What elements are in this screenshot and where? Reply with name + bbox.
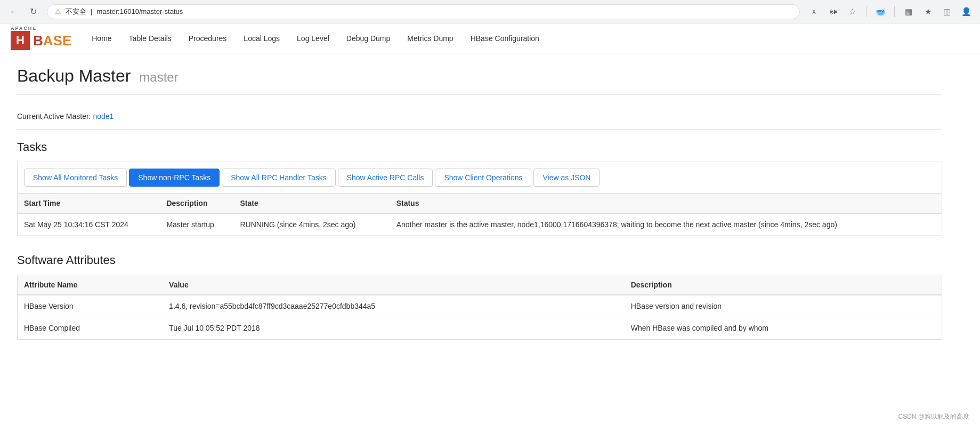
tasks-col-status: Status	[390, 194, 942, 213]
favorites-button[interactable]: ★	[920, 4, 935, 19]
browser-chrome: ← ↻ ⚠ 不安全 | master:16010/master-status ｘ…	[0, 0, 980, 23]
app-header: APACHE H BASE HomeTable DetailsProcedure…	[0, 23, 980, 53]
tasks-section-title: Tasks	[17, 140, 942, 154]
read-aloud-button[interactable]: 🕪	[825, 4, 840, 19]
nav-item-log-level[interactable]: Log Level	[289, 30, 337, 47]
nav-item-metrics-dump[interactable]: Metrics Dump	[400, 30, 460, 47]
software-cell-value: Tue Jul 10 05:52 PDT 2018	[163, 317, 625, 339]
tasks-table-wrapper: Show All Monitored TasksShow non-RPC Tas…	[17, 162, 942, 236]
tasks-col-start-time: Start Time	[18, 194, 160, 213]
tasks-col-state: State	[233, 194, 390, 213]
active-master-label: Current Active Master:	[17, 112, 91, 121]
software-section: Software Attributes Attribute NameValueD…	[17, 253, 942, 340]
software-section-title: Software Attributes	[17, 253, 942, 267]
software-table: Attribute NameValueDescription HBase Ver…	[18, 275, 942, 339]
page-subtitle: master	[139, 70, 178, 84]
security-warning-icon: ⚠	[55, 7, 61, 15]
task-cell-state: RUNNING (since 4mins, 2sec ago)	[233, 213, 390, 236]
software-cell-attribute: HBase Version	[18, 295, 163, 317]
extensions-button[interactable]: 🥣	[873, 4, 888, 19]
nav-item-procedures[interactable]: Procedures	[181, 30, 234, 47]
tasks-col-description: Description	[160, 194, 233, 213]
logo-apache-text: APACHE	[11, 26, 71, 31]
tasks-buttons-wrapper: Show All Monitored TasksShow non-RPC Tas…	[18, 162, 942, 194]
task-btn-show-all-monitored-tasks[interactable]: Show All Monitored Tasks	[24, 169, 127, 187]
software-col-attribute-name: Attribute Name	[18, 275, 163, 295]
logo-h-icon: H	[11, 31, 30, 50]
nav-item-local-logs[interactable]: Local Logs	[236, 30, 287, 47]
task-btn-show-non-rpc-tasks[interactable]: Show non-RPC Tasks	[129, 169, 220, 187]
divider	[866, 6, 866, 17]
task-btn-view-as-json[interactable]: View as JSON	[533, 169, 600, 187]
reload-button[interactable]: ↻	[26, 4, 41, 19]
software-table-wrapper: Attribute NameValueDescription HBase Ver…	[17, 275, 942, 340]
task-cell-start_time: Sat May 25 10:34:16 CST 2024	[18, 213, 160, 236]
software-cell-attribute: HBase Compiled	[18, 317, 163, 339]
page-title: Backup Master	[17, 66, 131, 85]
tasks-section: Tasks Show All Monitored TasksShow non-R…	[17, 140, 942, 236]
reading-mode-button[interactable]: ▦	[901, 4, 916, 19]
software-cell-value: 1.4.6, revision=a55bcbd4fc87ff9cd3caaae2…	[163, 295, 625, 317]
software-cell-description: HBase version and revision	[625, 295, 942, 317]
tasks-table: Start TimeDescriptionStateStatus Sat May…	[18, 194, 942, 236]
task-cell-status: Another master is the active master, nod…	[390, 213, 942, 236]
back-button[interactable]: ←	[6, 4, 21, 19]
nav-item-table-details[interactable]: Table Details	[122, 30, 179, 47]
separator: |	[91, 7, 92, 15]
table-row: Sat May 25 10:34:16 CST 2024Master start…	[18, 213, 942, 236]
table-row: HBase CompiledTue Jul 10 05:52 PDT 2018W…	[18, 317, 942, 339]
nav-item-hbase-configuration[interactable]: HBase Configuration	[463, 30, 547, 47]
software-col-description: Description	[625, 275, 942, 295]
task-cell-description: Master startup	[160, 213, 233, 236]
task-btn-show-client-operations[interactable]: Show Client Operations	[435, 169, 531, 187]
address-bar[interactable]: ⚠ 不安全 | master:16010/master-status	[47, 4, 800, 19]
task-btn-show-all-rpc-handler-tasks[interactable]: Show All RPC Handler Tasks	[222, 169, 335, 187]
logo-base-text: BASE	[33, 33, 71, 49]
bookmark-button[interactable]: ☆	[845, 4, 860, 19]
software-col-value: Value	[163, 275, 625, 295]
divider2	[894, 6, 895, 17]
page-title-section: Backup Master master	[17, 66, 942, 95]
browser-nav-buttons: ← ↻	[6, 4, 41, 19]
main-content: Backup Master master Current Active Mast…	[0, 53, 959, 353]
task-btn-show-active-rpc-calls[interactable]: Show Active RPC Calls	[338, 169, 433, 187]
nav-item-debug-dump[interactable]: Debug Dump	[339, 30, 398, 47]
browser-actions: ｘ 🕪 ☆ 🥣 ▦ ★ ◫ 👤	[806, 4, 974, 19]
task-buttons: Show All Monitored TasksShow non-RPC Tas…	[24, 169, 935, 187]
url-text: master:16010/master-status	[96, 7, 183, 15]
software-cell-description: When HBase was compiled and by whom	[625, 317, 942, 339]
translate-button[interactable]: ｘ	[806, 4, 821, 19]
table-row: HBase Version1.4.6, revision=a55bcbd4fc8…	[18, 295, 942, 317]
security-warning-text: 不安全	[66, 7, 86, 17]
more-button[interactable]: 👤	[959, 4, 974, 19]
nav-item-home[interactable]: Home	[84, 30, 119, 47]
main-nav: HomeTable DetailsProceduresLocal LogsLog…	[84, 30, 547, 47]
active-master-link[interactable]: node1	[93, 112, 114, 121]
collections-button[interactable]: ◫	[939, 4, 954, 19]
logo: APACHE H BASE	[11, 26, 71, 50]
active-master-section: Current Active Master: node1	[17, 103, 942, 130]
